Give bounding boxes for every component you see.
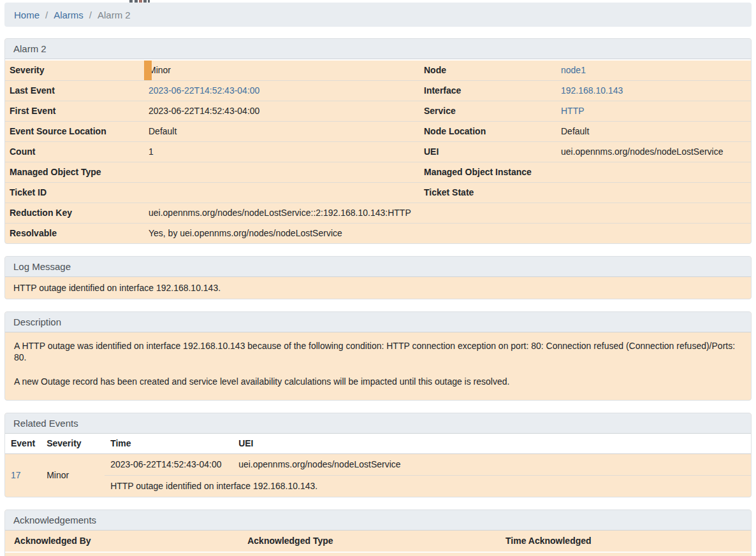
table-row-resolvable: Resolvable Yes, by uei.opennms.org/nodes… <box>5 224 751 244</box>
acknowledgements-panel: Acknowledgements Acknowledged By Acknowl… <box>4 510 752 556</box>
page-content: Home / Alarms / Alarm 2 Alarm 2 Severity… <box>0 0 756 556</box>
breadcrumb-home-link[interactable]: Home <box>14 10 40 20</box>
acknowledgements-panel-title: Acknowledgements <box>5 510 751 531</box>
column-header-acknowledged-type: Acknowledged Type <box>238 531 497 552</box>
description-paragraph: A new Outage record has been created and… <box>14 376 742 387</box>
log-message-panel-title: Log Message <box>5 257 751 277</box>
table-row-first-event: First Event 2023-06-22T14:52:43-04:00 Se… <box>5 101 751 122</box>
table-row-event-message: HTTP outage identified on interface 192.… <box>5 476 751 497</box>
node-value-cell: node1 <box>556 60 751 81</box>
acknowledged-by-value: admin <box>5 552 238 556</box>
reduction-key-value: uei.opennms.org/nodes/nodeLostService::2… <box>144 203 751 224</box>
description-panel-title: Description <box>5 312 751 332</box>
description-panel: Description A HTTP outage was identified… <box>4 311 752 401</box>
count-label: Count <box>5 142 144 162</box>
ticket-id-value <box>144 183 419 203</box>
last-event-value-cell: 2023-06-22T14:52:43-04:00 <box>144 81 419 101</box>
service-value-cell: HTTP <box>556 101 751 122</box>
service-label: Service <box>419 101 556 122</box>
node-label: Node <box>419 60 556 81</box>
event-uei-value: uei.opennms.org/nodes/nodeLostService <box>233 454 751 476</box>
acknowledged-type-value: Acknowledge <box>238 552 497 556</box>
event-id-cell: 17 <box>5 454 41 497</box>
alarm-panel-title: Alarm 2 <box>5 39 751 59</box>
table-row-managed-object-type: Managed Object Type Managed Object Insta… <box>5 162 751 183</box>
table-row-event-source-location: Event Source Location Default Node Locat… <box>5 122 751 142</box>
cutoff-navbar-fragment <box>129 0 150 3</box>
managed-object-instance-value <box>556 162 751 183</box>
last-event-link[interactable]: 2023-06-22T14:52:43-04:00 <box>149 85 259 96</box>
managed-object-type-label: Managed Object Type <box>5 162 144 183</box>
description-body: A HTTP outage was identified on interfac… <box>5 332 751 387</box>
ticket-state-value <box>556 183 751 203</box>
resolvable-value: Yes, by uei.opennms.org/nodes/nodeLostSe… <box>144 224 751 244</box>
event-severity-value: Minor <box>41 454 105 497</box>
breadcrumb-alarms-link[interactable]: Alarms <box>54 10 84 20</box>
table-row-ticket-id: Ticket ID Ticket State <box>5 183 751 203</box>
event-time-value: 2023-06-22T14:52:43-04:00 <box>105 454 233 476</box>
managed-object-instance-label: Managed Object Instance <box>419 162 556 183</box>
ticket-id-label: Ticket ID <box>5 183 144 203</box>
severity-label: Severity <box>5 60 144 81</box>
table-row-reduction-key: Reduction Key uei.opennms.org/nodes/node… <box>5 203 751 224</box>
column-header-time-acknowledged: Time Acknowledged <box>497 531 751 552</box>
first-event-value: 2023-06-22T14:52:43-04:00 <box>144 101 419 122</box>
reduction-key-label: Reduction Key <box>5 203 144 224</box>
uei-value: uei.opennms.org/nodes/nodeLostService <box>556 142 751 162</box>
breadcrumb-separator: / <box>45 10 48 20</box>
event-source-location-value: Default <box>144 122 419 142</box>
column-header-acknowledged-by: Acknowledged By <box>5 531 238 552</box>
interface-value-cell: 192.168.10.143 <box>556 81 751 101</box>
interface-link[interactable]: 192.168.10.143 <box>561 85 623 96</box>
ticket-state-label: Ticket State <box>419 183 556 203</box>
node-location-label: Node Location <box>419 122 556 142</box>
last-event-label: Last Event <box>5 81 144 101</box>
event-id-link[interactable]: 17 <box>11 470 21 480</box>
table-row-acknowledgement: admin Acknowledge 2023-06-22T14:54:19-04… <box>5 552 751 556</box>
related-events-table: Event Severity Time UEI 17 Minor 2023-06… <box>5 434 751 497</box>
acknowledgements-table: Acknowledged By Acknowledged Type Time A… <box>5 531 751 556</box>
description-paragraph: A HTTP outage was identified on interfac… <box>14 340 742 363</box>
interface-label: Interface <box>419 81 556 101</box>
service-link[interactable]: HTTP <box>561 106 585 116</box>
uei-label: UEI <box>419 142 556 162</box>
time-acknowledged-value: 2023-06-22T14:54:19-04:00 <box>497 552 751 556</box>
table-row-last-event: Last Event 2023-06-22T14:52:43-04:00 Int… <box>5 81 751 101</box>
column-header-event: Event <box>5 434 41 454</box>
event-source-location-label: Event Source Location <box>5 122 144 142</box>
breadcrumb-current-page: Alarm 2 <box>98 10 131 20</box>
event-log-message: HTTP outage identified on interface 192.… <box>105 476 751 497</box>
resolvable-label: Resolvable <box>5 224 144 244</box>
table-row-severity: Severity Minor Node node1 <box>5 60 751 81</box>
column-header-severity: Severity <box>41 434 105 454</box>
node-location-value: Default <box>556 122 751 142</box>
alarm-details-panel: Alarm 2 Severity Minor Node node1 Last E… <box>4 38 752 244</box>
acknowledgements-header-row: Acknowledged By Acknowledged Type Time A… <box>5 531 751 552</box>
log-message-text: HTTP outage identified on interface 192.… <box>5 277 751 299</box>
severity-value: Minor <box>149 65 171 75</box>
breadcrumb-separator: / <box>89 10 92 20</box>
related-events-panel: Related Events Event Severity Time UEI 1… <box>4 413 752 497</box>
column-header-uei: UEI <box>233 434 751 454</box>
severity-value-cell: Minor <box>144 60 419 81</box>
log-message-panel: Log Message HTTP outage identified on in… <box>4 256 752 299</box>
node-link[interactable]: node1 <box>561 65 586 75</box>
table-row-event: 17 Minor 2023-06-22T14:52:43-04:00 uei.o… <box>5 454 751 476</box>
count-value: 1 <box>144 142 419 162</box>
managed-object-type-value <box>144 162 419 183</box>
related-events-header-row: Event Severity Time UEI <box>5 434 751 454</box>
related-events-panel-title: Related Events <box>5 413 751 434</box>
severity-color-bar <box>144 61 152 80</box>
column-header-time: Time <box>105 434 233 454</box>
alarm-details-table: Severity Minor Node node1 Last Event 202… <box>5 59 751 243</box>
first-event-label: First Event <box>5 101 144 122</box>
table-row-count: Count 1 UEI uei.opennms.org/nodes/nodeLo… <box>5 142 751 162</box>
breadcrumb: Home / Alarms / Alarm 2 <box>4 3 752 27</box>
